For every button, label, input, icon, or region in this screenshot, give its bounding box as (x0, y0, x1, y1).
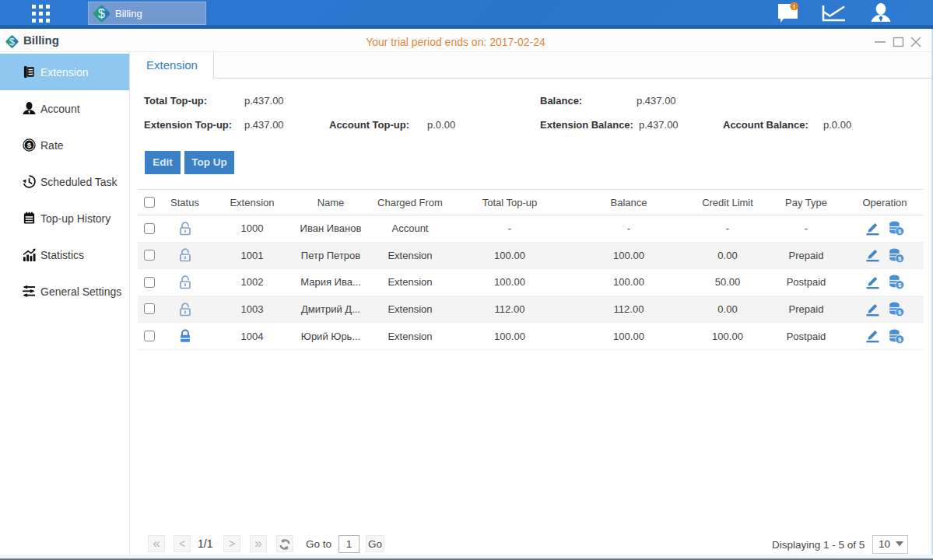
svg-text:!: ! (793, 3, 795, 11)
svg-text:$: $ (98, 7, 105, 20)
svg-text:$: $ (27, 141, 32, 149)
